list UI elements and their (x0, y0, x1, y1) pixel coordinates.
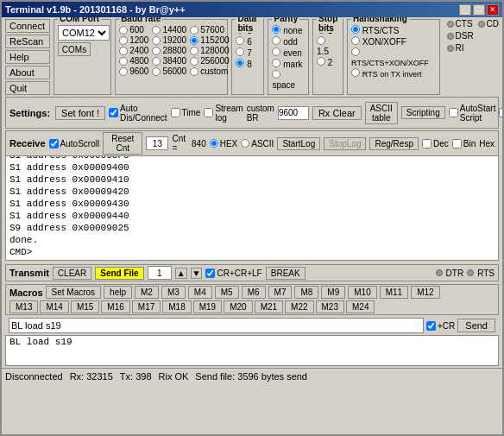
cr-checkbox[interactable] (426, 321, 436, 331)
macro-m23[interactable]: M23 (316, 300, 344, 313)
coms-button[interactable]: COMs (58, 42, 91, 56)
baud-radio-9600[interactable] (119, 67, 128, 76)
time-checkbox[interactable] (171, 108, 180, 117)
macro-m19[interactable]: M19 (193, 300, 222, 313)
macro-m10[interactable]: M10 (348, 286, 376, 299)
hshake-rts-cts[interactable] (351, 25, 360, 34)
macro-m3[interactable]: M3 (161, 286, 186, 299)
parity-mark[interactable] (272, 59, 280, 67)
stream-log-checkbox[interactable] (204, 108, 213, 117)
parity-odd[interactable] (272, 36, 280, 45)
macro-m5[interactable]: M5 (215, 286, 239, 299)
macro-m8[interactable]: M8 (294, 286, 318, 299)
autostart-checkbox[interactable] (449, 108, 458, 117)
macro-m20[interactable]: M20 (224, 300, 252, 313)
baud-128000: 128000 (190, 46, 229, 55)
baud-radio-28800[interactable] (152, 47, 161, 55)
send-button[interactable]: Send (457, 319, 495, 332)
baud-radio-1200[interactable] (119, 36, 128, 45)
databits-8[interactable] (236, 59, 244, 67)
baud-radio-custom[interactable] (190, 67, 198, 76)
hshake-rts-tx[interactable] (351, 68, 360, 77)
macro-m2[interactable]: M2 (135, 286, 159, 299)
macro-m12[interactable]: M12 (411, 286, 439, 299)
about-button[interactable]: About (5, 66, 50, 79)
ascii-radio[interactable] (241, 139, 249, 148)
baud-19200: 19200 (152, 35, 186, 45)
cr-cr-lf-label: CR+CR+LF (205, 269, 261, 278)
spinner-down[interactable]: ▼ (191, 268, 203, 279)
databits-6[interactable] (236, 36, 244, 45)
quit-button[interactable]: Quit (5, 81, 50, 95)
baud-radio-256000[interactable] (190, 57, 198, 66)
macro-m11[interactable]: M11 (380, 286, 408, 299)
stopbits-1.5[interactable] (317, 36, 325, 45)
baud-radio-14400[interactable] (152, 26, 161, 35)
minimize-button[interactable]: _ (459, 4, 471, 16)
ascii-table-button[interactable]: ASCII table (365, 102, 398, 124)
custom-br-input[interactable] (278, 106, 309, 120)
send-file-button[interactable]: Send File (95, 267, 143, 280)
macro-m14[interactable]: M14 (40, 300, 68, 313)
macro-m4[interactable]: M4 (188, 286, 212, 299)
baud-radio-4800[interactable] (119, 57, 128, 66)
maximize-button[interactable]: □ (473, 4, 485, 16)
bin-checkbox[interactable] (452, 139, 462, 148)
reg-resp-button[interactable]: Reg/Resp (369, 137, 418, 150)
macro-m24[interactable]: M24 (346, 300, 375, 313)
baud-radio-128000[interactable] (190, 47, 198, 55)
baud-radio-600[interactable] (119, 26, 128, 35)
scripting-button[interactable]: Scripting (401, 106, 445, 119)
baud-radio-115200[interactable] (190, 36, 198, 45)
macro-m18[interactable]: M18 (162, 300, 191, 313)
crlf-checkbox[interactable] (499, 108, 502, 117)
send-num-input[interactable] (148, 266, 172, 280)
macro-help-button[interactable]: help (104, 286, 132, 299)
cnt-input[interactable] (146, 136, 168, 150)
hex-radio[interactable] (210, 139, 218, 148)
hshake-xon-xoff[interactable] (351, 36, 360, 45)
clear-button[interactable]: CLEAR (53, 267, 91, 280)
dtr-rts-panel: DTR RTS (436, 269, 495, 278)
parity-space[interactable] (272, 70, 280, 79)
parity-none[interactable] (272, 25, 280, 34)
set-font-button[interactable]: Set font ! (55, 106, 105, 120)
com-port-select[interactable]: COM12 (58, 25, 110, 41)
baud-radio-56000[interactable] (152, 67, 161, 76)
cr-cr-lf-checkbox[interactable] (205, 269, 215, 278)
dec-checkbox[interactable] (422, 139, 432, 148)
connect-button[interactable]: Connect (5, 19, 50, 33)
baud-radio-57600[interactable] (190, 26, 198, 35)
databits-7[interactable] (236, 47, 244, 56)
command-input[interactable] (9, 318, 424, 333)
stopbits-2[interactable] (317, 57, 325, 66)
macro-m15[interactable]: M15 (71, 300, 99, 313)
parity-label: Parity (272, 17, 299, 23)
receive-line: S1 address 0x00009400 (9, 161, 495, 174)
stop-log-button[interactable]: StopLog (324, 137, 366, 150)
baud-radio-2400[interactable] (119, 47, 128, 55)
baud-radio-38400[interactable] (152, 57, 161, 66)
macro-m6[interactable]: M6 (242, 286, 266, 299)
auto-dis-checkbox[interactable] (109, 108, 118, 117)
set-macros-button[interactable]: Set Macros (46, 286, 102, 299)
spinner-up[interactable]: ▲ (175, 268, 187, 279)
break-button[interactable]: BREAK (266, 267, 306, 280)
parity-even[interactable] (272, 47, 280, 56)
autoscroll-checkbox[interactable] (49, 139, 59, 148)
macro-m16[interactable]: M16 (101, 300, 129, 313)
close-button[interactable]: ✕ (487, 4, 499, 16)
baud-radio-19200[interactable] (152, 36, 161, 45)
rx-clear-button[interactable]: Rx Clear (312, 106, 362, 120)
macro-m13[interactable]: M13 (9, 300, 38, 313)
start-log-button[interactable]: StartLog (277, 137, 320, 150)
reset-cnt-button[interactable]: Reset Cnt (103, 132, 142, 155)
help-button[interactable]: Help (5, 50, 50, 64)
macro-m22[interactable]: M22 (285, 300, 313, 313)
hshake-both[interactable] (351, 47, 360, 56)
macro-m17[interactable]: M17 (132, 300, 161, 313)
macro-m21[interactable]: M21 (255, 300, 283, 313)
macro-m9[interactable]: M9 (321, 286, 345, 299)
rescan-button[interactable]: ReScan (5, 35, 50, 48)
macro-m7[interactable]: M7 (268, 286, 293, 299)
